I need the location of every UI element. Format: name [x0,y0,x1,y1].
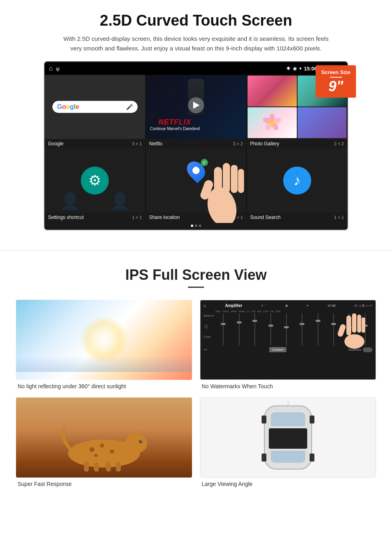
amp-slider-1 [216,313,230,345]
google-search-bar[interactable]: Google 🎤 [52,101,138,113]
watermarks-label: No Watermarks When Touch [200,383,376,389]
home-icon: ⌂ [49,65,53,72]
slider-track [286,313,287,345]
photo-app-name: Photo Gallery [250,141,279,147]
screen-size-badge: Screen Size 9" [316,65,356,98]
section-curved-screen: 2.5D Curved Touch Screen With 2.5D curve… [0,0,392,238]
android-screen: ⌂ ψ ✱ ◉ ▾ 15:06 ⊡ ♪) ⊠ ▭ [44,61,348,230]
share-location-cell[interactable]: ✓ G [146,149,246,213]
settings-bg-icons: 👤 👤 [45,192,145,211]
netflix-play-button[interactable] [188,97,204,113]
amp-slider-6 [295,313,309,345]
feature-sunlight: No light reflecting under 360° direct su… [16,300,192,389]
share-app-name: Share location [149,215,180,220]
dot-3 [199,225,201,227]
netflix-subtitle: Continue Marvel's Daredevil [150,126,200,131]
svg-point-18 [344,334,364,349]
slider-track [318,313,318,345]
settings-app-cell[interactable]: ⚙ 👤 👤 [45,149,145,213]
car-top-view: ↑ [264,405,312,470]
google-app-name: Google [48,141,64,147]
svg-rect-13 [346,315,351,335]
settings-icon-wrap: ⚙ [81,167,109,195]
feature-car: ↑ Large Viewing Angle [200,397,376,487]
svg-rect-11 [238,169,244,193]
svg-rect-10 [231,165,238,193]
amp-eq-area: Balance ♪) Fader [204,313,372,345]
settings-label-cell: Settings shortcut 1 × 1 [45,213,145,222]
google-app-cell[interactable]: Google 🎤 [45,75,145,139]
dot-1 [191,225,193,227]
netflix-app-name: Netflix [149,141,162,147]
netflix-label-cell: Netflix 3 × 2 [146,139,246,149]
custom-button[interactable]: Custom [269,347,287,352]
svg-rect-16 [362,317,365,333]
sunlight-horizon [16,356,192,372]
photo-app-size: 2 × 2 [334,141,344,146]
usb-icon: ψ [56,66,60,72]
car-body [264,405,312,470]
svg-point-6 [270,121,274,125]
sunlight-label: No light reflecting under 360° direct su… [16,383,192,389]
svg-rect-15 [357,315,361,333]
settings-app-size: 1 × 1 [132,215,142,220]
amp-side-labels: Balance ♪) Fader [204,313,214,345]
svg-rect-8 [214,167,222,199]
car-label: Large Viewing Angle [200,481,376,487]
dot-2 [195,225,197,227]
status-bar: ⌂ ψ ✱ ◉ ▾ 15:06 ⊡ ♪) ⊠ ▭ [45,62,347,75]
section1-title: 2.5D Curved Touch Screen [16,12,376,29]
cheetah-svg [44,409,164,474]
location-icon: ◉ [293,66,297,71]
play-triangle-icon [193,102,200,109]
amp-hand-svg [336,311,368,351]
netflix-logo: NETFLIX [150,118,200,126]
share-app-size: 1 × 1 [233,215,243,220]
car-roof [269,428,307,449]
slider-track [333,313,334,345]
svg-point-30 [141,441,142,442]
car-direction-arrow: ↑ [286,399,290,407]
green-checkmark: ✓ [201,159,208,166]
slider-track [302,313,302,345]
section2-title: IPS Full Screen View [16,267,376,283]
status-left: ⌂ ψ [49,65,60,72]
slider-track [223,313,224,345]
feature-watermarks: ⌂ Amplifier ≡ ·· ◉ ▾ 17:33 ⊡ ♪) ⊠ ▭ ↩ 60… [200,300,376,389]
slider-thumb [237,321,242,323]
app-grid-top: Google 🎤 NETFLIX Continue Marvel [45,75,347,139]
sound-app-name: Sound Search [250,215,280,220]
netflix-info: NETFLIX Continue Marvel's Daredevil [150,118,200,131]
mic-icon: 🎤 [126,104,133,110]
amp-slider-5 [279,313,294,345]
features-grid: No light reflecting under 360° direct su… [16,300,376,487]
section-divider [0,250,392,251]
app-grid-bottom: ⚙ 👤 👤 [45,149,347,213]
car-windshield-front [271,412,305,426]
svg-rect-28 [116,462,121,472]
svg-rect-26 [94,462,99,472]
screen-badge-size: 9" [328,78,343,94]
section2-title-divider [188,287,204,288]
photo-thumb-3 [248,107,296,138]
photo-thumb-4 [298,107,346,138]
google-label-cell: Google 3 × 1 [45,139,145,149]
slider-thumb [252,320,257,322]
amp-title: Amplifier [225,303,242,308]
slider-thumb [221,323,226,325]
netflix-app-cell[interactable]: NETFLIX Continue Marvel's Daredevil [146,75,246,139]
netflix-app-size: 3 × 2 [233,141,243,146]
device-mockup-container: Screen Size 9" ⌂ ψ ✱ ◉ ▾ 15:06 ⊡ ♪) [40,61,352,230]
svg-point-20 [125,434,147,453]
sound-search-cell[interactable]: ♪ [247,149,347,213]
sound-app-size: 1 × 1 [334,215,344,220]
amp-slider-2 [232,313,246,345]
slider-thumb [331,323,336,325]
music-note-icon: ♪ [294,172,301,189]
slider-thumb [316,320,320,322]
amp-time: 17:33 [328,304,336,307]
amplifier-screen: ⌂ Amplifier ≡ ·· ◉ ▾ 17:33 ⊡ ♪) ⊠ ▭ ↩ 60… [200,300,376,380]
amp-slider-7 [311,313,325,345]
section1-description: With 2.5D curved-display screen, this de… [60,34,332,53]
google-app-size: 3 × 1 [132,141,142,146]
